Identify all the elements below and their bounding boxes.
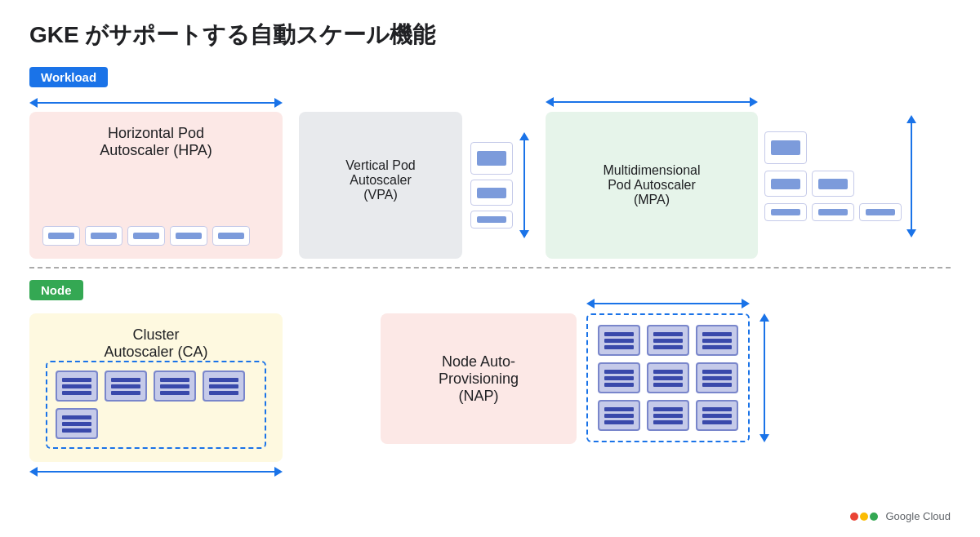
nap-outer: Node Auto-Provisioning(NAP): [381, 313, 750, 444]
node-chip: [56, 408, 98, 439]
node-chip: [696, 400, 738, 431]
pod-chip: [212, 226, 250, 246]
pod-chip-inner: [133, 233, 159, 239]
node-chip: [598, 325, 640, 356]
mpa-side-pods: [764, 131, 902, 221]
node-line: [653, 376, 683, 380]
node-chip: [696, 362, 738, 393]
mpa-pod: [812, 203, 854, 221]
hpa-horizontal-arrow: [29, 98, 283, 108]
ca-title: ClusterAutoscaler (CA): [46, 326, 266, 361]
google-cloud-logo: Google Cloud: [850, 510, 951, 522]
google-cloud-dots: [850, 511, 881, 522]
node-line: [160, 384, 189, 388]
pod-chip-inner: [91, 233, 117, 239]
vpa-side-pods: [470, 142, 513, 229]
arrow-up-head: [519, 132, 529, 140]
vpa-vertical-arrow: [519, 132, 529, 238]
arrow-left-head: [586, 299, 595, 308]
node-line: [702, 414, 732, 418]
vpa-pod-big: [470, 142, 513, 175]
mpa-vertical-arrow: [906, 115, 916, 237]
arrow-line: [38, 471, 274, 473]
arrow-left-head: [29, 467, 38, 477]
node-line: [209, 391, 238, 395]
pod-chip-inner: [48, 233, 74, 239]
vpa-pod-inner-med: [477, 188, 506, 198]
node-chip: [203, 371, 245, 402]
node-line: [62, 428, 91, 433]
node-line: [62, 378, 91, 382]
node-chip: [105, 371, 147, 402]
node-chip: [154, 371, 196, 402]
mpa-pod-inner: [866, 209, 895, 215]
google-cloud-icon: [850, 511, 881, 522]
node-chip: [56, 371, 98, 402]
section-divider: [29, 267, 951, 268]
vpa-card: Vertical PodAutoscaler(VPA): [299, 112, 462, 259]
vpa-outer: Vertical PodAutoscaler(VPA): [299, 112, 529, 259]
node-line: [702, 407, 732, 411]
ca-container: ClusterAutoscaler (CA): [29, 313, 283, 462]
node-chip: [598, 362, 640, 393]
arrow-up-head: [760, 313, 769, 322]
node-line: [604, 383, 634, 387]
node-line: [62, 384, 91, 388]
mpa-pod: [764, 131, 807, 164]
node-line: [702, 420, 732, 424]
node-line: [604, 370, 634, 374]
mpa-pod-inner: [818, 209, 848, 215]
mpa-title: MultidimensionalPod Autoscaler(MPA): [562, 163, 742, 207]
node-section: Node ClusterAutoscaler (CA): [29, 280, 951, 462]
node-label: Node: [29, 280, 83, 300]
pod-chip: [42, 226, 80, 246]
workload-label: Workload: [29, 67, 108, 87]
node-line: [653, 345, 683, 349]
mpa-pod-row1: [764, 131, 902, 164]
node-line: [604, 332, 634, 336]
pod-chip: [127, 226, 165, 246]
mpa-pod-inner: [771, 140, 800, 155]
hpa-pods: [42, 226, 270, 246]
ca-card: ClusterAutoscaler (CA): [29, 313, 283, 462]
node-line: [209, 384, 238, 388]
vpa-pod-med: [470, 180, 513, 206]
node-line: [604, 376, 634, 380]
arrow-line: [554, 101, 750, 103]
node-line: [111, 378, 140, 382]
mpa-pod-row2: [764, 171, 902, 197]
arrow-right-head: [274, 98, 283, 108]
mpa-pod: [812, 171, 854, 197]
node-line: [62, 391, 91, 395]
mpa-pod: [859, 203, 902, 221]
nap-horizontal-arrow: [586, 299, 750, 308]
ca-nodes-box: [46, 361, 266, 449]
ca-horizontal-arrow: [29, 467, 283, 477]
hpa-arrow-container: [29, 95, 283, 110]
node-chip: [696, 325, 738, 356]
node-line: [604, 339, 634, 343]
mpa-horizontal-arrow: [546, 97, 758, 107]
arrow-line-v: [911, 123, 912, 229]
google-cloud-text: Google Cloud: [886, 510, 951, 522]
pod-chip: [85, 226, 122, 246]
mpa-side: [764, 115, 916, 237]
vpa-pod-small: [470, 211, 513, 229]
vpa-side: [470, 132, 529, 238]
nap-title: Node Auto-Provisioning(NAP): [397, 353, 560, 405]
node-line: [209, 378, 238, 382]
node-line: [653, 407, 683, 411]
node-line: [702, 345, 732, 349]
arrow-up-head: [906, 115, 916, 123]
pod-chip: [170, 226, 207, 246]
arrow-down-head: [760, 434, 769, 442]
node-cards-row: ClusterAutoscaler (CA): [29, 313, 951, 462]
arrow-right-head: [274, 467, 283, 477]
arrow-right-head: [742, 299, 750, 308]
node-line: [702, 376, 732, 380]
node-line: [653, 370, 683, 374]
node-line: [160, 391, 189, 395]
node-line: [653, 383, 683, 387]
mpa-pod: [764, 171, 807, 197]
node-line: [653, 332, 683, 336]
